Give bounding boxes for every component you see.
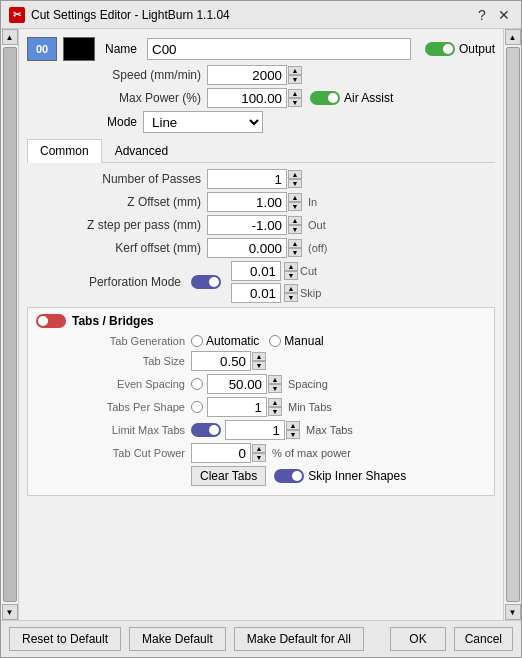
tabs-per-shape-up[interactable]: ▲	[268, 398, 282, 407]
close-button[interactable]: ✕	[495, 6, 513, 24]
z-step-spinner[interactable]: ▲ ▼	[288, 216, 302, 234]
mode-select[interactable]: Line Fill Offset Fill	[143, 111, 263, 133]
passes-up[interactable]: ▲	[288, 170, 302, 179]
tab-advanced[interactable]: Advanced	[102, 139, 181, 162]
tab-size-label: Tab Size	[36, 355, 191, 367]
perforation-toggle[interactable]	[191, 275, 221, 289]
make-default-button[interactable]: Make Default	[129, 627, 226, 651]
z-step-input[interactable]	[207, 215, 287, 235]
cancel-button[interactable]: Cancel	[454, 627, 513, 651]
perf-val2-input[interactable]	[231, 283, 281, 303]
tab-cut-power-spinner[interactable]: ▲ ▼	[252, 444, 266, 462]
power-down[interactable]: ▼	[288, 98, 302, 107]
air-assist-toggle[interactable]	[310, 91, 340, 105]
auto-radio[interactable]	[191, 335, 203, 347]
passes-spinner[interactable]: ▲ ▼	[288, 170, 302, 188]
max-tabs-label: Max Tabs	[306, 424, 353, 436]
kerf-input[interactable]	[207, 238, 287, 258]
tab-cut-power-label: Tab Cut Power	[36, 447, 191, 459]
power-up[interactable]: ▲	[288, 89, 302, 98]
manual-radio[interactable]	[269, 335, 281, 347]
even-spacing-radio[interactable]	[191, 378, 203, 390]
right-scroll-up[interactable]: ▲	[505, 29, 521, 45]
make-default-all-button[interactable]: Make Default for All	[234, 627, 364, 651]
power-spinner[interactable]: ▲ ▼	[288, 89, 302, 107]
kerf-down[interactable]: ▼	[288, 248, 302, 257]
limit-max-toggle[interactable]	[191, 423, 221, 437]
tabs-per-shape-row: Tabs Per Shape ▲ ▼ Min Tabs	[36, 397, 486, 417]
power-label: Max Power (%)	[27, 91, 207, 105]
perf-val1-input[interactable]	[231, 261, 281, 281]
speed-up[interactable]: ▲	[288, 66, 302, 75]
perf-val1-spinner[interactable]: ▲ ▼	[284, 262, 298, 280]
index-box[interactable]: 00	[27, 37, 57, 61]
help-button[interactable]: ?	[473, 6, 491, 24]
perf-val2-down[interactable]: ▼	[284, 293, 298, 302]
right-scroll-down[interactable]: ▼	[505, 604, 521, 620]
scroll-up-button[interactable]: ▲	[2, 29, 18, 45]
kerf-spinner[interactable]: ▲ ▼	[288, 239, 302, 257]
tab-common[interactable]: Common	[27, 139, 102, 163]
tabs-per-shape-label: Tabs Per Shape	[36, 401, 191, 413]
tab-size-spinner[interactable]: ▲ ▼	[252, 352, 266, 370]
ok-button[interactable]: OK	[390, 627, 445, 651]
z-offset-down[interactable]: ▼	[288, 202, 302, 211]
output-toggle[interactable]	[425, 42, 455, 56]
name-input[interactable]	[147, 38, 411, 60]
right-scrollbar-thumb[interactable]	[506, 47, 520, 602]
limit-max-spinner[interactable]: ▲ ▼	[286, 421, 300, 439]
kerf-right-label: (off)	[308, 242, 327, 254]
z-offset-row: Z Offset (mm) ▲ ▼ In	[27, 192, 495, 212]
limit-max-down[interactable]: ▼	[286, 430, 300, 439]
tab-cut-power-down[interactable]: ▼	[252, 453, 266, 462]
tab-size-down[interactable]: ▼	[252, 361, 266, 370]
passes-input[interactable]	[207, 169, 287, 189]
even-spacing-down[interactable]: ▼	[268, 384, 282, 393]
tabs-bridges-toggle[interactable]	[36, 314, 66, 328]
tabs-per-shape-radio[interactable]	[191, 401, 203, 413]
kerf-up[interactable]: ▲	[288, 239, 302, 248]
perf-val2-spinner[interactable]: ▲ ▼	[284, 284, 298, 302]
speed-input[interactable]	[207, 65, 287, 85]
z-offset-input[interactable]	[207, 192, 287, 212]
mode-row: Mode Line Fill Offset Fill	[27, 111, 495, 133]
tab-cut-power-up[interactable]: ▲	[252, 444, 266, 453]
auto-radio-item[interactable]: Automatic	[191, 334, 259, 348]
even-spacing-input[interactable]	[207, 374, 267, 394]
z-offset-spinner[interactable]: ▲ ▼	[288, 193, 302, 211]
passes-down[interactable]: ▼	[288, 179, 302, 188]
left-scrollbar-thumb[interactable]	[3, 47, 17, 602]
skip-inner-toggle[interactable]	[274, 469, 304, 483]
z-step-up[interactable]: ▲	[288, 216, 302, 225]
manual-radio-item[interactable]: Manual	[269, 334, 323, 348]
pct-max-power-label: % of max power	[272, 447, 351, 459]
tabs-bridges-label: Tabs / Bridges	[72, 314, 154, 328]
air-assist-label: Air Assist	[344, 91, 393, 105]
reset-button[interactable]: Reset to Default	[9, 627, 121, 651]
perf-val1-up[interactable]: ▲	[284, 262, 298, 271]
even-spacing-spinner[interactable]: ▲ ▼	[268, 375, 282, 393]
tab-cut-power-input[interactable]	[191, 443, 251, 463]
tab-size-input[interactable]	[191, 351, 251, 371]
tabs-per-shape-spinner[interactable]: ▲ ▼	[268, 398, 282, 416]
clear-tabs-button[interactable]: Clear Tabs	[191, 466, 266, 486]
speed-down[interactable]: ▼	[288, 75, 302, 84]
perf-val2-up[interactable]: ▲	[284, 284, 298, 293]
z-step-down[interactable]: ▼	[288, 225, 302, 234]
tab-size-up[interactable]: ▲	[252, 352, 266, 361]
z-offset-up[interactable]: ▲	[288, 193, 302, 202]
speed-spinner[interactable]: ▲ ▼	[288, 66, 302, 84]
name-label: Name	[105, 42, 137, 56]
scroll-down-button[interactable]: ▼	[2, 604, 18, 620]
limit-max-up[interactable]: ▲	[286, 421, 300, 430]
tabs-per-shape-input[interactable]	[207, 397, 267, 417]
even-spacing-up[interactable]: ▲	[268, 375, 282, 384]
manual-label: Manual	[284, 334, 323, 348]
passes-row: Number of Passes ▲ ▼	[27, 169, 495, 189]
power-input[interactable]	[207, 88, 287, 108]
perforation-row: Perforation Mode ▲ ▼ Cut ▲	[27, 261, 495, 303]
limit-max-input[interactable]	[225, 420, 285, 440]
tabs-per-shape-down[interactable]: ▼	[268, 407, 282, 416]
color-box[interactable]	[63, 37, 95, 61]
perf-val1-down[interactable]: ▼	[284, 271, 298, 280]
